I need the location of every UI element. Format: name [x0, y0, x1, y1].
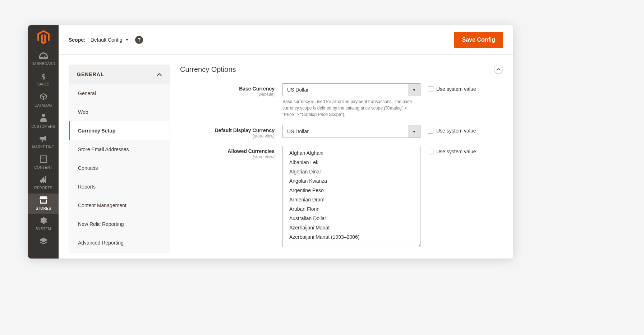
cube-icon [40, 93, 47, 103]
gear-icon [40, 217, 47, 226]
scope-dropdown[interactable]: Default Config ▼ [91, 37, 129, 43]
multiselect-option[interactable]: Azerbaijani Manat [283, 223, 420, 232]
nav-label: CUSTOMERS [31, 125, 55, 129]
field-help: Base currency is used for all online pay… [282, 98, 420, 118]
magento-logo-icon [37, 30, 50, 44]
config-nav: GENERAL GeneralWebCurrency SetupStore Em… [69, 65, 170, 259]
config-group-general[interactable]: GENERAL [69, 65, 170, 84]
field-label-col: Base Currency [website] [180, 83, 282, 97]
config-panel: Currency Options Base Currency [website]… [180, 65, 503, 259]
field-label: Allowed Currencies [227, 148, 275, 154]
multiselect-option[interactable]: Azerbaijani Manat (1993–2006) [283, 232, 420, 242]
nav-content[interactable]: CONTENT [28, 153, 59, 173]
multiselect-option[interactable]: Albanian Lek [283, 158, 420, 167]
field-label-col: Allowed Currencies [store view] [180, 146, 282, 159]
select-value: US Dollar [283, 84, 408, 96]
field-input-col: US Dollar ▼ [282, 125, 420, 138]
nav-sales[interactable]: $ SALES [28, 69, 59, 90]
config-group-label: GENERAL [77, 71, 104, 77]
scope-value: Default Config [91, 37, 123, 43]
panel-title: Currency Options [180, 65, 236, 74]
config-item[interactable]: Contacts [69, 159, 170, 177]
dollar-icon: $ [41, 72, 45, 82]
config-item[interactable]: Web [69, 103, 170, 121]
chevron-up-icon [496, 68, 501, 71]
main-nav: DASHBOARD $ SALES CATALOG CUSTOMERS MARK… [28, 25, 59, 259]
nav-partners[interactable] [28, 234, 59, 251]
field-scope: [store view] [180, 134, 275, 139]
megaphone-icon [40, 135, 47, 144]
nav-label: STORES [36, 206, 51, 210]
field-label: Default Display Currency [215, 127, 275, 133]
multiselect-option[interactable]: Algerian Dinar [283, 167, 420, 176]
layout-icon [40, 155, 47, 165]
config-item[interactable]: Reports [69, 177, 170, 196]
help-icon[interactable]: ? [135, 36, 143, 44]
svg-rect-0 [41, 180, 42, 183]
nav-system[interactable]: SYSTEM [28, 214, 59, 234]
main-area: Scope: Default Config ▼ ? Save Config GE… [59, 25, 513, 259]
nav-label: REPORTS [34, 186, 52, 190]
use-system-value-allowed: Use system value [428, 146, 476, 154]
checkbox[interactable] [428, 149, 433, 154]
save-config-button[interactable]: Save Config [454, 32, 503, 48]
nav-label: SALES [37, 82, 50, 86]
field-input-col: Afghan AfghaniAlbanian LekAlgerian Dinar… [282, 146, 420, 247]
nav-dashboard[interactable]: DASHBOARD [28, 49, 59, 69]
nav-reports[interactable]: REPORTS [28, 173, 59, 194]
field-label: Base Currency [239, 86, 275, 92]
field-input-col: US Dollar ▼ Base currency is used for al… [282, 83, 420, 118]
config-item[interactable]: Currency Setup [69, 121, 170, 140]
config-item[interactable]: Store Email Addresses [69, 140, 170, 159]
multiselect-option[interactable]: Afghan Afghani [283, 148, 420, 158]
field-base-currency: Base Currency [website] US Dollar ▼ Base… [180, 83, 503, 118]
store-icon [40, 196, 47, 206]
nav-label: CATALOG [34, 103, 52, 107]
multiselect-option[interactable]: Aruban Florin [283, 204, 420, 214]
scope-label: Scope: [69, 37, 86, 43]
nav-stores[interactable]: STORES [28, 194, 59, 214]
admin-window: DASHBOARD $ SALES CATALOG CUSTOMERS MARK… [28, 25, 513, 259]
multiselect-option[interactable]: Angolan Kwanza [283, 176, 420, 186]
default-display-currency-select[interactable]: US Dollar ▼ [282, 125, 420, 138]
chevron-up-icon [157, 71, 162, 77]
nav-catalog[interactable]: CATALOG [28, 90, 59, 111]
select-value: US Dollar [283, 125, 408, 138]
config-item[interactable]: Advanced Reporting [69, 233, 170, 252]
svg-rect-2 [45, 178, 46, 183]
topbar: Scope: Default Config ▼ ? Save Config [59, 25, 513, 55]
magento-logo[interactable] [37, 25, 50, 49]
config-item[interactable]: Content Management [69, 196, 170, 215]
caret-down-icon: ▼ [408, 84, 420, 96]
bar-chart-icon [40, 176, 47, 185]
content-row: GENERAL GeneralWebCurrency SetupStore Em… [59, 55, 513, 259]
person-icon [40, 114, 47, 124]
field-default-display-currency: Default Display Currency [store view] US… [180, 125, 503, 139]
multiselect-option[interactable]: Australian Dollar [283, 214, 420, 223]
field-scope: [website] [180, 92, 275, 97]
caret-down-icon: ▼ [125, 38, 129, 42]
checkbox-label: Use system value [436, 149, 476, 154]
checkbox[interactable] [428, 86, 433, 92]
dashboard-icon [39, 52, 48, 61]
checkbox[interactable] [428, 128, 433, 134]
config-item[interactable]: General [69, 84, 170, 103]
collapse-button[interactable] [494, 65, 503, 74]
field-label-col: Default Display Currency [store view] [180, 125, 282, 139]
multiselect-option[interactable]: Armenian Dram [283, 195, 420, 204]
nav-label: MARKETING [32, 145, 54, 149]
allowed-currencies-multiselect[interactable]: Afghan AfghaniAlbanian LekAlgerian Dinar… [282, 146, 420, 247]
caret-down-icon: ▼ [408, 125, 420, 138]
nav-customers[interactable]: CUSTOMERS [28, 111, 59, 132]
svg-rect-1 [43, 177, 44, 183]
base-currency-select[interactable]: US Dollar ▼ [282, 83, 420, 96]
nav-label: DASHBOARD [31, 62, 55, 66]
nav-marketing[interactable]: MARKETING [28, 132, 59, 153]
use-system-value-display: Use system value [428, 125, 476, 134]
checkbox-label: Use system value [436, 128, 476, 134]
config-item[interactable]: New Relic Reporting [69, 215, 170, 233]
nav-label: SYSTEM [36, 227, 51, 231]
multiselect-option[interactable]: Argentine Peso [283, 186, 420, 195]
panel-header: Currency Options [180, 65, 503, 74]
field-scope: [store view] [180, 154, 275, 159]
